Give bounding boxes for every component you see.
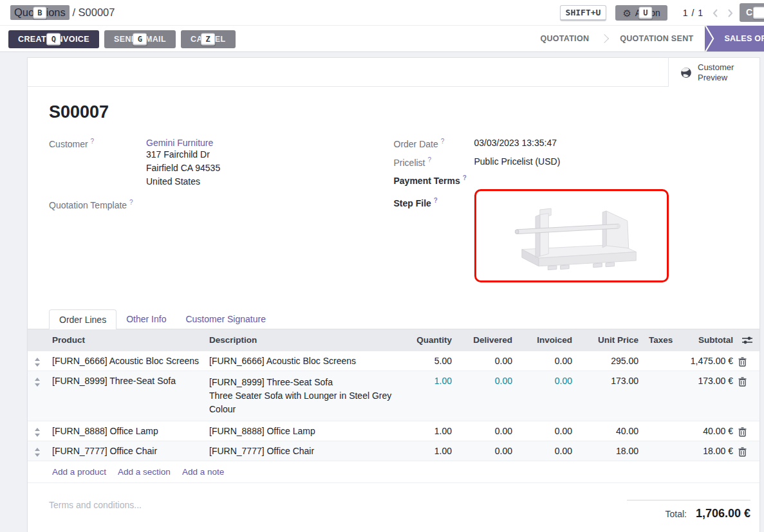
customer-label: Customer ? (49, 138, 146, 188)
cell-product[interactable]: [FURN_8888] Office Lamp (47, 421, 204, 441)
cell-delivered[interactable]: 0.00 (457, 441, 517, 461)
cell-delivered[interactable]: 0.00 (457, 371, 517, 390)
order-date-label: Order Date ? (394, 138, 474, 149)
customer-address: 317 Fairchild Dr Fairfield CA 94535 Unit… (146, 148, 220, 188)
pager-previous-button[interactable] (713, 8, 718, 18)
drag-handle[interactable] (28, 441, 47, 457)
cell-description[interactable]: [FURN_6666] Acoustic Bloc Screens (204, 351, 399, 371)
hotkey-badge-action: U (638, 7, 652, 19)
chevron-left-icon (713, 8, 718, 18)
delete-line-button[interactable] (738, 441, 759, 457)
cell-product[interactable]: [FURN_8999] Three-Seat Sofa (47, 371, 204, 390)
cell-unit-price[interactable]: 295.00 (577, 351, 644, 371)
address-line: Fairfield CA 94535 (146, 161, 220, 175)
drag-handle[interactable] (28, 351, 47, 367)
customer-preview-label: CustomerPreview (698, 62, 734, 83)
trash-icon (738, 357, 747, 367)
cell-taxes[interactable] (644, 371, 673, 380)
statusbar-stage-sales-order[interactable]: SALES ORDER (705, 26, 764, 51)
trash-icon (738, 447, 747, 457)
help-icon: ? (129, 199, 133, 206)
step-file-preview[interactable] (474, 189, 669, 282)
cell-quantity[interactable]: 1.00 (399, 421, 457, 441)
delete-line-button[interactable] (738, 351, 759, 367)
add-a-note-link[interactable]: Add a note (182, 467, 224, 477)
add-a-product-link[interactable]: Add a product (52, 467, 106, 477)
order-lines-table: Product Description Quantity Delivered I… (28, 329, 759, 483)
cell-taxes[interactable] (644, 441, 673, 450)
cell-invoiced[interactable]: 0.00 (517, 371, 577, 390)
step-file-field: Step File ? (394, 193, 739, 282)
cell-invoiced[interactable]: 0.00 (517, 421, 577, 441)
cell-subtotal: 40.00 € (673, 421, 738, 441)
statusbar-stage-quotation-sent[interactable]: QUOTATION SENT (608, 26, 705, 51)
statusbar-sales-order-label: SALES ORDER (706, 26, 764, 51)
cell-delivered[interactable]: 0.00 (457, 421, 517, 441)
breadcrumb: QuotationsB / S00007 (10, 5, 115, 20)
trash-icon (738, 377, 747, 387)
cell-unit-price[interactable]: 173.00 (577, 371, 644, 390)
create-invoice-button[interactable]: CREATE INVOICEQ (8, 30, 99, 48)
description-line: Three Seater Sofa with Lounger in Steel … (209, 389, 394, 416)
cell-description[interactable]: [FURN_7777] Office Chair (204, 441, 399, 461)
cell-subtotal: 18.00 € (673, 441, 738, 461)
delete-line-button[interactable] (738, 421, 759, 437)
breadcrumb-quotations[interactable]: QuotationsB (10, 5, 70, 20)
cell-taxes[interactable] (644, 421, 673, 430)
tab-customer-signature[interactable]: Customer Signature (176, 309, 275, 329)
cell-subtotal: 173.00 € (673, 371, 738, 390)
statusbar-stage-quotation[interactable]: QUOTATION (528, 26, 601, 51)
hotkey-badge-breadcrumb: B (33, 6, 46, 19)
top-bar: QuotationsB / S00007 SHIFT+U ⚙ Action U … (0, 0, 764, 26)
tab-other-info[interactable]: Other Info (116, 309, 176, 329)
drag-handle[interactable] (28, 421, 47, 437)
tab-order-lines[interactable]: Order Lines (49, 309, 116, 329)
customer-preview-button[interactable]: CustomerPreview (668, 58, 759, 87)
cell-quantity[interactable]: 1.00 (399, 441, 457, 461)
total-label: Total: (665, 509, 686, 519)
payment-terms-label: Payment Terms ? (394, 174, 474, 186)
action-menu-button[interactable]: ⚙ Action U (615, 5, 667, 21)
form-sheet: CustomerPreview S00007 Customer ? Gemini… (27, 57, 760, 532)
column-header-description: Description (204, 329, 399, 351)
pricelist-field: Pricelist ? Public Pricelist (USD) (394, 156, 739, 168)
drag-handle-icon (34, 448, 41, 457)
cell-product[interactable]: [FURN_6666] Acoustic Bloc Screens (47, 351, 204, 371)
column-header-invoiced: Invoiced (517, 329, 577, 351)
send-email-button[interactable]: SEND EMAILG (104, 30, 176, 48)
add-a-section-link[interactable]: Add a section (118, 467, 171, 477)
cancel-button[interactable]: CANCELZ (181, 30, 235, 48)
drag-handle[interactable] (28, 371, 47, 387)
cell-product[interactable]: [FURN_7777] Office Chair (47, 441, 204, 461)
help-icon: ? (434, 197, 438, 204)
delete-line-button[interactable] (738, 371, 759, 387)
cell-unit-price[interactable]: 40.00 (577, 421, 644, 441)
customer-value: Gemini Furniture 317 Fairchild Dr Fairfi… (146, 138, 220, 188)
gear-icon: ⚙ (622, 8, 631, 18)
cell-delivered[interactable]: 0.00 (457, 351, 517, 371)
cell-description[interactable]: [FURN_8999] Three-Seat SofaThree Seater … (204, 371, 399, 421)
cell-quantity[interactable]: 5.00 (399, 351, 457, 371)
breadcrumb-separator: / (70, 6, 79, 18)
customer-link[interactable]: Gemini Furniture (146, 138, 213, 148)
terms-and-conditions-input[interactable]: Terms and conditions... (49, 500, 142, 510)
quotation-template-field[interactable]: Quotation Template ? (49, 199, 394, 210)
cell-invoiced[interactable]: 0.00 (517, 351, 577, 371)
cell-unit-price[interactable]: 18.00 (577, 441, 644, 461)
pricelist-value[interactable]: Public Pricelist (USD) (474, 156, 561, 168)
total-value: 1,706.00 € (696, 507, 750, 520)
pager-next-button[interactable] (727, 8, 733, 18)
cell-invoiced[interactable]: 0.00 (517, 441, 577, 461)
chevron-right-icon (727, 8, 733, 18)
cell-quantity[interactable]: 1.00 (399, 371, 457, 390)
description-line: [FURN_8999] Three-Seat Sofa (209, 376, 394, 389)
statusbar: QUOTATION QUOTATION SENT SALES ORDER (528, 26, 764, 51)
sliders-icon (742, 336, 752, 345)
field-column-right: Order Date ? 03/03/2023 13:35:47 Priceli… (394, 138, 739, 289)
cell-description[interactable]: [FURN_8888] Office Lamp (204, 421, 399, 441)
order-date-value[interactable]: 03/03/2023 13:35:47 (474, 138, 557, 149)
optional-columns-toggle[interactable] (738, 329, 759, 351)
cell-taxes[interactable] (644, 351, 673, 360)
address-line: United States (146, 175, 220, 188)
edge-create-button[interactable]: C (740, 3, 764, 22)
